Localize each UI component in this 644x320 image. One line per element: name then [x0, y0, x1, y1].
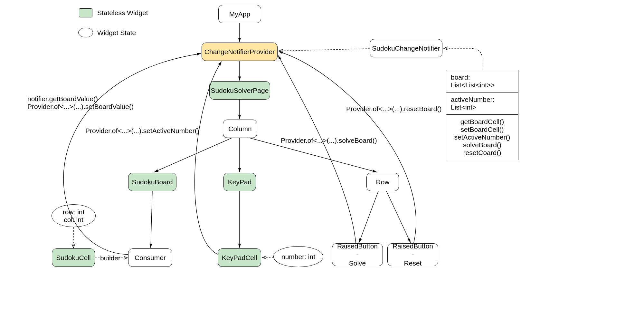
classbox-sudokuchangenotifier: board: List<List<int>> activeNumber: Lis… — [446, 70, 518, 160]
edges-svg — [0, 0, 644, 320]
legend-swatch-state — [78, 28, 93, 37]
legend-stateless-label: Stateless Widget — [97, 9, 148, 17]
node-myapp-label: MyApp — [229, 10, 250, 18]
svg-line-9 — [386, 191, 411, 243]
edgelabel-solve: Provider.of<...>(...).solveBoard() — [281, 137, 377, 144]
legend-state-label: Widget State — [97, 29, 136, 37]
classbox-board: board: List<List<int>> — [446, 70, 518, 92]
svg-line-8 — [359, 191, 378, 243]
node-row: Row — [366, 173, 399, 191]
svg-line-3 — [154, 138, 232, 172]
node-keypad: KeyPad — [223, 173, 256, 191]
edgelabel-reset: Provider.of<...>(...).resetBoard() — [346, 105, 441, 113]
state-rowcol: row: int col: int — [52, 204, 96, 227]
node-consumer: Consumer — [128, 248, 172, 267]
node-sudokuboard: SudokuBoard — [128, 173, 176, 191]
legend-swatch-stateless — [79, 8, 92, 17]
edgelabel-setactive: Provider.of<...>(...).setActiveNumber() — [85, 127, 199, 135]
node-sudokusolverpage: SudokuSolverPage — [209, 81, 270, 100]
node-rbsolve-label: RaisedButton - Solve — [337, 242, 378, 267]
svg-line-10 — [279, 49, 370, 51]
classbox-methods: getBoardCell() setBoardCell() setActiveN… — [446, 115, 518, 160]
node-keypadcell-label: KeyPadCell — [222, 254, 257, 262]
state-number-label: number: int — [281, 253, 315, 261]
node-sudokuchangenotifier: SudokuChangeNotifier — [370, 39, 442, 57]
edgelabel-builder: builder — [100, 254, 120, 262]
node-keypad-label: KeyPad — [228, 178, 252, 186]
node-keypadcell: KeyPadCell — [218, 248, 261, 267]
node-column: Column — [223, 120, 257, 138]
node-changenotifierprovider: ChangeNotifierProvider — [202, 43, 278, 61]
node-sudokuboard-label: SudokuBoard — [132, 178, 173, 186]
node-column-label: Column — [228, 125, 251, 133]
node-myapp: MyApp — [218, 5, 261, 23]
node-scn-label: SudokuChangeNotifier — [372, 44, 440, 52]
node-sudokucell: SudokuCell — [52, 248, 95, 267]
node-rbreset-label: RaisedButton - Reset — [393, 242, 433, 267]
classbox-active: activeNumber: List<int> — [446, 92, 518, 115]
state-rowcol-label: row: int col: int — [63, 208, 85, 224]
edgelabel-getset: notifier.getBoardValue() Provider.of<...… — [27, 95, 134, 111]
node-row-label: Row — [376, 178, 389, 186]
node-ssp-label: SudokuSolverPage — [211, 87, 269, 94]
node-cnp-label: ChangeNotifierProvider — [204, 48, 275, 56]
node-raisedbutton-solve: RaisedButton - Solve — [332, 243, 383, 266]
svg-line-6 — [151, 191, 152, 248]
node-consumer-label: Consumer — [135, 254, 166, 262]
node-sudokucell-label: SudokuCell — [56, 254, 90, 262]
node-raisedbutton-reset: RaisedButton - Reset — [387, 243, 438, 266]
state-number: number: int — [273, 246, 323, 267]
